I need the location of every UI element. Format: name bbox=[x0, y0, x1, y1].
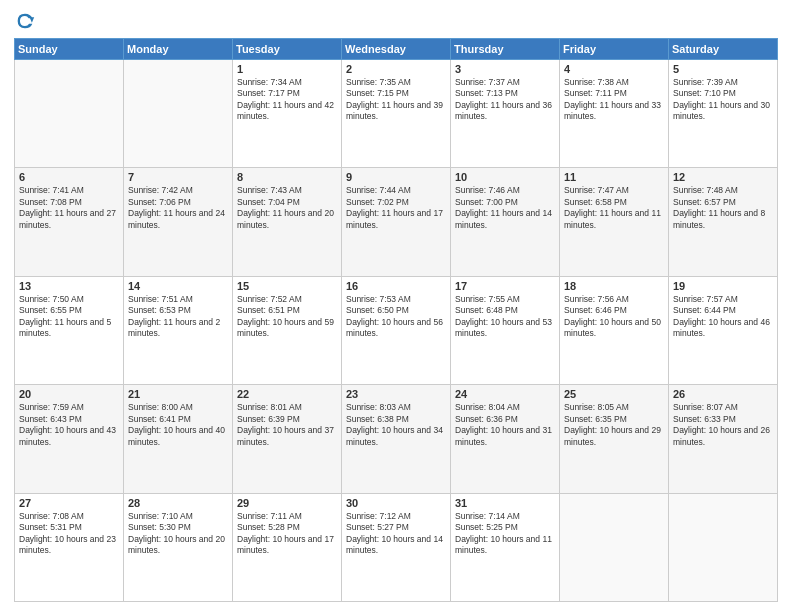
day-info: Sunrise: 8:01 AM Sunset: 6:39 PM Dayligh… bbox=[237, 402, 337, 448]
weekday-sunday: Sunday bbox=[15, 39, 124, 60]
day-cell: 7Sunrise: 7:42 AM Sunset: 7:06 PM Daylig… bbox=[124, 168, 233, 276]
day-cell: 14Sunrise: 7:51 AM Sunset: 6:53 PM Dayli… bbox=[124, 276, 233, 384]
day-number: 16 bbox=[346, 280, 446, 292]
day-info: Sunrise: 8:00 AM Sunset: 6:41 PM Dayligh… bbox=[128, 402, 228, 448]
day-info: Sunrise: 7:51 AM Sunset: 6:53 PM Dayligh… bbox=[128, 294, 228, 340]
day-info: Sunrise: 7:50 AM Sunset: 6:55 PM Dayligh… bbox=[19, 294, 119, 340]
day-info: Sunrise: 7:44 AM Sunset: 7:02 PM Dayligh… bbox=[346, 185, 446, 231]
day-info: Sunrise: 7:59 AM Sunset: 6:43 PM Dayligh… bbox=[19, 402, 119, 448]
day-info: Sunrise: 7:34 AM Sunset: 7:17 PM Dayligh… bbox=[237, 77, 337, 123]
day-cell: 6Sunrise: 7:41 AM Sunset: 7:08 PM Daylig… bbox=[15, 168, 124, 276]
day-cell bbox=[15, 60, 124, 168]
day-cell: 18Sunrise: 7:56 AM Sunset: 6:46 PM Dayli… bbox=[560, 276, 669, 384]
day-number: 26 bbox=[673, 388, 773, 400]
week-row-5: 27Sunrise: 7:08 AM Sunset: 5:31 PM Dayli… bbox=[15, 493, 778, 601]
day-number: 22 bbox=[237, 388, 337, 400]
day-info: Sunrise: 8:05 AM Sunset: 6:35 PM Dayligh… bbox=[564, 402, 664, 448]
day-cell: 15Sunrise: 7:52 AM Sunset: 6:51 PM Dayli… bbox=[233, 276, 342, 384]
day-info: Sunrise: 7:38 AM Sunset: 7:11 PM Dayligh… bbox=[564, 77, 664, 123]
day-info: Sunrise: 7:55 AM Sunset: 6:48 PM Dayligh… bbox=[455, 294, 555, 340]
day-cell: 28Sunrise: 7:10 AM Sunset: 5:30 PM Dayli… bbox=[124, 493, 233, 601]
day-cell: 25Sunrise: 8:05 AM Sunset: 6:35 PM Dayli… bbox=[560, 385, 669, 493]
day-info: Sunrise: 7:42 AM Sunset: 7:06 PM Dayligh… bbox=[128, 185, 228, 231]
day-number: 27 bbox=[19, 497, 119, 509]
day-number: 3 bbox=[455, 63, 555, 75]
day-info: Sunrise: 8:07 AM Sunset: 6:33 PM Dayligh… bbox=[673, 402, 773, 448]
day-cell bbox=[669, 493, 778, 601]
day-cell: 16Sunrise: 7:53 AM Sunset: 6:50 PM Dayli… bbox=[342, 276, 451, 384]
day-cell: 3Sunrise: 7:37 AM Sunset: 7:13 PM Daylig… bbox=[451, 60, 560, 168]
day-info: Sunrise: 7:43 AM Sunset: 7:04 PM Dayligh… bbox=[237, 185, 337, 231]
day-info: Sunrise: 7:52 AM Sunset: 6:51 PM Dayligh… bbox=[237, 294, 337, 340]
day-cell: 2Sunrise: 7:35 AM Sunset: 7:15 PM Daylig… bbox=[342, 60, 451, 168]
weekday-tuesday: Tuesday bbox=[233, 39, 342, 60]
day-cell: 21Sunrise: 8:00 AM Sunset: 6:41 PM Dayli… bbox=[124, 385, 233, 493]
day-info: Sunrise: 7:12 AM Sunset: 5:27 PM Dayligh… bbox=[346, 511, 446, 557]
day-cell: 8Sunrise: 7:43 AM Sunset: 7:04 PM Daylig… bbox=[233, 168, 342, 276]
day-cell: 23Sunrise: 8:03 AM Sunset: 6:38 PM Dayli… bbox=[342, 385, 451, 493]
day-cell: 30Sunrise: 7:12 AM Sunset: 5:27 PM Dayli… bbox=[342, 493, 451, 601]
day-number: 2 bbox=[346, 63, 446, 75]
weekday-friday: Friday bbox=[560, 39, 669, 60]
day-info: Sunrise: 7:14 AM Sunset: 5:25 PM Dayligh… bbox=[455, 511, 555, 557]
day-number: 23 bbox=[346, 388, 446, 400]
day-number: 4 bbox=[564, 63, 664, 75]
day-info: Sunrise: 7:08 AM Sunset: 5:31 PM Dayligh… bbox=[19, 511, 119, 557]
calendar-table: SundayMondayTuesdayWednesdayThursdayFrid… bbox=[14, 38, 778, 602]
logo bbox=[14, 10, 40, 32]
day-info: Sunrise: 8:03 AM Sunset: 6:38 PM Dayligh… bbox=[346, 402, 446, 448]
day-info: Sunrise: 7:41 AM Sunset: 7:08 PM Dayligh… bbox=[19, 185, 119, 231]
week-row-4: 20Sunrise: 7:59 AM Sunset: 6:43 PM Dayli… bbox=[15, 385, 778, 493]
day-number: 19 bbox=[673, 280, 773, 292]
day-cell: 20Sunrise: 7:59 AM Sunset: 6:43 PM Dayli… bbox=[15, 385, 124, 493]
day-cell: 1Sunrise: 7:34 AM Sunset: 7:17 PM Daylig… bbox=[233, 60, 342, 168]
day-number: 8 bbox=[237, 171, 337, 183]
day-number: 30 bbox=[346, 497, 446, 509]
day-number: 29 bbox=[237, 497, 337, 509]
day-cell: 22Sunrise: 8:01 AM Sunset: 6:39 PM Dayli… bbox=[233, 385, 342, 493]
day-info: Sunrise: 7:53 AM Sunset: 6:50 PM Dayligh… bbox=[346, 294, 446, 340]
day-number: 1 bbox=[237, 63, 337, 75]
logo-icon bbox=[14, 10, 36, 32]
day-number: 24 bbox=[455, 388, 555, 400]
weekday-wednesday: Wednesday bbox=[342, 39, 451, 60]
day-info: Sunrise: 7:46 AM Sunset: 7:00 PM Dayligh… bbox=[455, 185, 555, 231]
day-number: 10 bbox=[455, 171, 555, 183]
day-number: 9 bbox=[346, 171, 446, 183]
day-info: Sunrise: 7:47 AM Sunset: 6:58 PM Dayligh… bbox=[564, 185, 664, 231]
day-number: 21 bbox=[128, 388, 228, 400]
day-cell bbox=[124, 60, 233, 168]
day-number: 12 bbox=[673, 171, 773, 183]
header bbox=[14, 10, 778, 32]
day-number: 25 bbox=[564, 388, 664, 400]
day-cell: 19Sunrise: 7:57 AM Sunset: 6:44 PM Dayli… bbox=[669, 276, 778, 384]
day-cell: 11Sunrise: 7:47 AM Sunset: 6:58 PM Dayli… bbox=[560, 168, 669, 276]
day-cell: 5Sunrise: 7:39 AM Sunset: 7:10 PM Daylig… bbox=[669, 60, 778, 168]
day-number: 11 bbox=[564, 171, 664, 183]
day-info: Sunrise: 7:10 AM Sunset: 5:30 PM Dayligh… bbox=[128, 511, 228, 557]
day-number: 20 bbox=[19, 388, 119, 400]
day-number: 28 bbox=[128, 497, 228, 509]
day-number: 18 bbox=[564, 280, 664, 292]
day-cell: 10Sunrise: 7:46 AM Sunset: 7:00 PM Dayli… bbox=[451, 168, 560, 276]
day-cell: 24Sunrise: 8:04 AM Sunset: 6:36 PM Dayli… bbox=[451, 385, 560, 493]
day-cell: 17Sunrise: 7:55 AM Sunset: 6:48 PM Dayli… bbox=[451, 276, 560, 384]
day-info: Sunrise: 7:11 AM Sunset: 5:28 PM Dayligh… bbox=[237, 511, 337, 557]
day-info: Sunrise: 7:57 AM Sunset: 6:44 PM Dayligh… bbox=[673, 294, 773, 340]
weekday-thursday: Thursday bbox=[451, 39, 560, 60]
day-info: Sunrise: 7:37 AM Sunset: 7:13 PM Dayligh… bbox=[455, 77, 555, 123]
day-cell: 29Sunrise: 7:11 AM Sunset: 5:28 PM Dayli… bbox=[233, 493, 342, 601]
day-number: 6 bbox=[19, 171, 119, 183]
week-row-1: 1Sunrise: 7:34 AM Sunset: 7:17 PM Daylig… bbox=[15, 60, 778, 168]
day-number: 13 bbox=[19, 280, 119, 292]
day-number: 17 bbox=[455, 280, 555, 292]
day-cell: 13Sunrise: 7:50 AM Sunset: 6:55 PM Dayli… bbox=[15, 276, 124, 384]
week-row-2: 6Sunrise: 7:41 AM Sunset: 7:08 PM Daylig… bbox=[15, 168, 778, 276]
day-cell: 26Sunrise: 8:07 AM Sunset: 6:33 PM Dayli… bbox=[669, 385, 778, 493]
page: SundayMondayTuesdayWednesdayThursdayFrid… bbox=[0, 0, 792, 612]
day-info: Sunrise: 7:35 AM Sunset: 7:15 PM Dayligh… bbox=[346, 77, 446, 123]
weekday-saturday: Saturday bbox=[669, 39, 778, 60]
day-cell bbox=[560, 493, 669, 601]
day-cell: 27Sunrise: 7:08 AM Sunset: 5:31 PM Dayli… bbox=[15, 493, 124, 601]
day-number: 5 bbox=[673, 63, 773, 75]
